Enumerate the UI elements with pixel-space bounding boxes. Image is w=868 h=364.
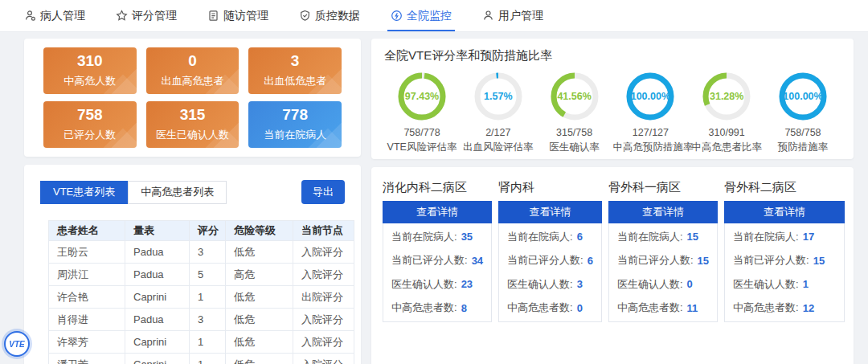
right-column: 全院VTE评分率和预防措施比率 97.43%758/778VTE风险评估率1.5… [371,39,854,364]
stat-value: 15 [698,255,709,267]
summary-card[interactable]: 778当前在院病人 [248,101,342,148]
table-cell: Caprini [125,331,190,354]
gauge-label: 预防措施率 [765,141,841,154]
stat-label: 当前已评分人数: [733,253,809,268]
export-button[interactable]: 导出 [301,180,345,204]
view-details-button[interactable]: 查看详情 [498,201,602,223]
summary-card-label: 当前在院病人 [264,128,326,142]
top-navigation: 病人管理评分管理随访管理质控数据全院监控用户管理 [0,0,868,32]
stat-value: 11 [687,302,698,314]
gauge-percent: 1.57% [473,72,523,121]
department-stat-line: 中高危患者数:0 [507,297,593,321]
nav-item-label: 质控数据 [315,9,360,23]
table-cell: 低危 [226,286,293,309]
donut-gauge: 1.57%2/127出血风险评估率 [461,72,536,154]
gauge-fraction: 758/778 [384,127,460,138]
main-content: 310中高危人数0出血高危患者3出血低危患者758已评分人数315医生已确认人数… [24,39,854,364]
person-gear-icon [24,10,36,22]
table-cell: Caprini [125,354,190,364]
department-card: 骨外科一病区查看详情当前在院病人:15当前已评分人数:15医生确认人数:0中高危… [608,180,718,364]
stat-label: 医生确认人数: [733,277,799,292]
table-cell: 低危 [226,309,293,331]
department-stat-line: 医生确认人数:3 [507,272,593,297]
department-card: 骨外科二病区查看详情当前在院病人:17当前已评分人数:15医生确认人数:1中高危… [724,180,845,364]
stat-value: 8 [461,302,467,314]
user-icon [482,10,494,22]
summary-card-label: 已评分人数 [63,128,116,142]
nav-item-patient-management[interactable]: 病人管理 [24,0,85,31]
department-stat-line: 医生确认人数:1 [733,272,836,297]
donut-gauge: 41.56%315/758医生确认率 [537,72,612,154]
department-stat-line: 中高危患者数:12 [733,297,836,321]
department-card: 肾内科查看详情当前在院病人:6当前已评分人数:6医生确认人数:3中高危患者数:0 [498,180,602,364]
table-cell: 肖得进 [49,309,125,331]
gauge-fraction: 315/758 [537,127,612,138]
departments-panel: 消化内科二病区查看详情当前在院病人:35当前已评分人数:34医生确认人数:23中… [371,167,854,364]
department-stat-line: 医生确认人数:0 [617,272,709,297]
stat-label: 当前已评分人数: [391,253,468,268]
table-row: 许翠芳Caprini1低危入院评分 [49,331,354,354]
table-row: 潘卫芳Caprini1低危入院评分 [49,354,354,364]
table-cell: 低危 [226,354,293,364]
nav-item-user-management[interactable]: 用户管理 [482,0,543,31]
stat-label: 中高危患者数: [733,301,799,315]
summary-card-label: 出血高危患者 [161,74,223,88]
left-column: 310中高危人数0出血高危患者3出血低危患者758已评分人数315医生已确认人数… [24,39,361,364]
department-stat-line: 中高危患者数:8 [391,297,483,321]
patient-list-toolbar: VTE患者列表中高危患者列表导出 [40,180,345,204]
department-stats: 当前在院病人:15当前已评分人数:15医生确认人数:0中高危患者数:11 [608,223,718,322]
department-stat-line: 当前在院病人:15 [617,225,709,249]
patient-list-tab-0[interactable]: VTE患者列表 [40,181,128,204]
department-stat-line: 当前已评分人数:15 [733,249,836,273]
stat-label: 医生确认人数: [617,277,683,292]
stat-label: 中高危患者数: [391,301,457,315]
table-cell: 1 [190,354,226,364]
overview-title: 全院VTE评分率和预防措施比率 [384,48,841,63]
summary-card[interactable]: 3出血低危患者 [248,47,342,94]
gauge-percent: 100.00% [778,72,828,121]
stat-value: 6 [577,231,583,243]
nav-item-score-management[interactable]: 评分管理 [116,0,177,31]
table-cell: Padua [125,241,190,264]
table-cell: 3 [190,309,226,331]
table-cell: 低危 [226,331,293,354]
stat-label: 中高危患者数: [507,301,573,315]
nav-item-followup-management[interactable]: 随访管理 [207,0,268,31]
view-details-button[interactable]: 查看详情 [383,201,492,223]
gauge-fraction: 310/991 [689,127,764,138]
summary-card[interactable]: 0出血高危患者 [146,47,240,94]
stat-label: 医生确认人数: [507,277,573,292]
donut-chart: 41.56% [550,72,600,121]
table-row: 周洪江Padua5高危入院评分 [49,264,354,286]
patient-list-tab-1[interactable]: 中高危患者列表 [128,181,227,204]
stat-value: 35 [461,231,473,243]
table-cell: Padua [125,309,190,331]
table-cell: 入院评分 [293,354,354,364]
gauge-label: 中高危预防措施率 [612,141,688,154]
stat-value: 15 [813,255,825,267]
summary-card-label: 中高危人数 [63,74,116,88]
department-stats: 当前在院病人:6当前已评分人数:6医生确认人数:3中高危患者数:0 [498,223,602,322]
department-title: 骨外科一病区 [608,180,718,195]
view-details-button[interactable]: 查看详情 [608,201,718,223]
gauge-percent: 41.56% [550,72,600,121]
department-stats: 当前在院病人:17当前已评分人数:15医生确认人数:1中高危患者数:12 [724,223,845,322]
nav-item-quality-control-data[interactable]: 质控数据 [299,0,360,31]
summary-card[interactable]: 758已评分人数 [43,101,137,148]
nav-item-hospital-monitoring[interactable]: 全院监控 [391,0,452,31]
gauge-percent: 97.43% [397,72,447,121]
vte-floating-badge[interactable]: VTE [4,331,30,357]
summary-card-value: 310 [77,53,103,68]
column-header: 评分 [190,221,226,241]
donut-gauge: 31.28%310/991中高危患者比率 [689,72,764,154]
view-details-button[interactable]: 查看详情 [724,201,845,223]
department-stat-line: 当前在院病人:17 [733,225,836,249]
summary-card[interactable]: 310中高危人数 [43,47,137,94]
table-row: 许合艳Caprini1低危出院评分 [49,286,354,309]
stat-value: 23 [461,278,473,290]
clipboard-icon [207,10,219,22]
summary-card[interactable]: 315医生已确认人数 [146,101,240,148]
stat-label: 当前已评分人数: [617,253,694,268]
donut-chart: 31.28% [702,72,751,121]
nav-item-label: 评分管理 [132,9,177,23]
